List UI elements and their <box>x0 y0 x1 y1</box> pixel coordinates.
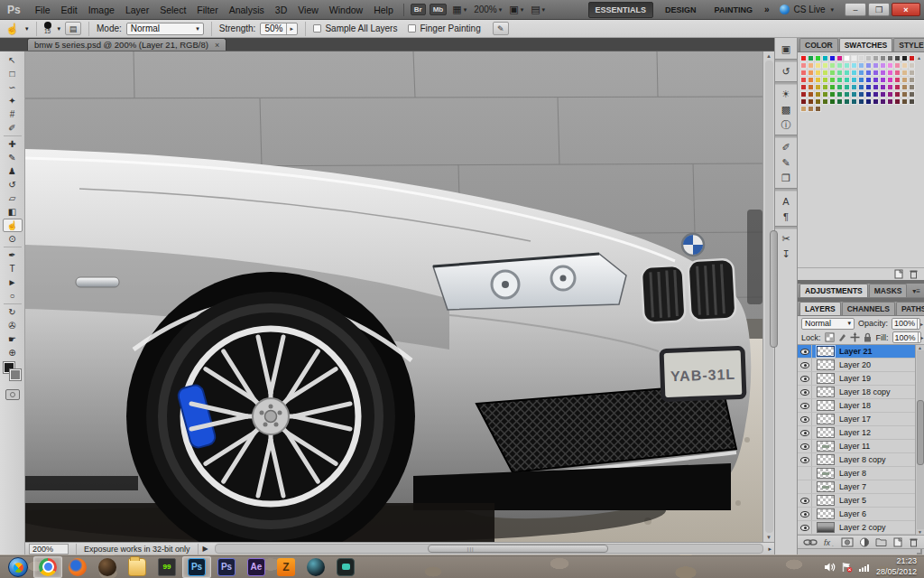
3d-object-rotate-tool[interactable]: ↻ <box>3 305 23 319</box>
scroll-up-icon[interactable]: ▲ <box>766 51 772 61</box>
color-swatch[interactable] <box>800 77 807 83</box>
scroll-down-icon[interactable]: ▼ <box>766 533 772 542</box>
tablet-pressure-icon[interactable]: ✎ <box>493 22 509 35</box>
workspace-design[interactable]: DESIGN <box>659 3 703 17</box>
color-swatch[interactable] <box>815 77 821 83</box>
menu-select[interactable]: Select <box>154 3 191 17</box>
color-swatch[interactable] <box>894 91 901 98</box>
screen-mode-icon[interactable]: ▤▾ <box>528 3 548 16</box>
color-swatch[interactable] <box>887 98 893 105</box>
workspace-painting[interactable]: PAINTING <box>708 3 759 17</box>
color-swatch[interactable] <box>822 62 828 69</box>
eraser-tool[interactable]: ▱ <box>3 191 23 205</box>
layer-thumbnail[interactable] <box>817 373 835 384</box>
swatch-scrollbar[interactable]: ▲ <box>916 55 922 267</box>
layer-thumbnail[interactable] <box>817 427 835 438</box>
color-swatch[interactable] <box>815 84 821 90</box>
color-swatch[interactable] <box>836 77 843 83</box>
background-color-swatch[interactable] <box>10 369 21 380</box>
close-icon[interactable]: × <box>215 41 219 50</box>
color-swatch[interactable] <box>887 55 893 61</box>
firefox-icon[interactable] <box>63 556 92 578</box>
color-swatch[interactable] <box>851 98 857 105</box>
layer-row[interactable]: Layer 21 <box>798 345 915 359</box>
minimize-button[interactable]: – <box>845 3 866 16</box>
color-swatch[interactable] <box>880 98 886 105</box>
color-swatch[interactable] <box>873 70 879 76</box>
color-swatch[interactable] <box>844 70 850 76</box>
color-swatch[interactable] <box>844 55 850 61</box>
zoom-level-control[interactable]: 200%▾ <box>471 4 504 15</box>
color-swatch[interactable] <box>901 98 908 105</box>
color-swatch[interactable] <box>887 70 893 76</box>
menu-view[interactable]: View <box>292 3 324 17</box>
view-extras-icon[interactable]: ▦▾ <box>449 3 469 16</box>
color-swatch[interactable] <box>800 98 807 105</box>
link-layers-icon[interactable] <box>803 537 818 547</box>
layer-thumbnail[interactable] <box>817 359 835 370</box>
quick-mask-button[interactable] <box>5 389 20 400</box>
color-swatch[interactable] <box>858 77 864 83</box>
checkbox-finger-painting[interactable]: Finger Painting <box>408 23 480 33</box>
color-swatch[interactable] <box>829 98 836 105</box>
color-swatch[interactable] <box>815 62 821 69</box>
color-swatch[interactable] <box>829 77 836 83</box>
color-swatch[interactable] <box>880 70 886 76</box>
rectangular-marquee-tool[interactable]: □ <box>3 67 23 80</box>
color-swatch[interactable] <box>844 77 850 83</box>
recorder-icon[interactable] <box>331 556 360 578</box>
color-swatch[interactable] <box>836 62 843 69</box>
tab-masks[interactable]: MASKS <box>869 284 908 297</box>
mini-bridge-panel-icon[interactable]: ▣ <box>777 42 795 57</box>
document-tab[interactable]: bmw 5 series.psd @ 200% (Layer 21, RGB/8… <box>27 38 226 51</box>
visibility-toggle[interactable] <box>798 480 812 493</box>
mini-bridge-icon[interactable]: Mb <box>430 4 448 15</box>
color-swatch[interactable] <box>865 77 872 83</box>
scroll-up-icon[interactable]: ▲ <box>917 55 921 61</box>
color-swatch[interactable] <box>901 55 908 61</box>
lock-pixels-icon[interactable] <box>837 332 847 342</box>
layer-row[interactable]: Layer 8 copy <box>798 453 915 467</box>
menu-analysis[interactable]: Analysis <box>224 3 270 17</box>
color-swatch[interactable] <box>880 55 886 61</box>
arrange-documents-icon[interactable]: ▣▾ <box>506 3 526 16</box>
strength-input[interactable]: 50% ▸ <box>260 23 298 35</box>
measurement-log-panel-icon[interactable]: ↧ <box>777 247 795 262</box>
layer-row[interactable]: Layer 6 <box>798 508 915 521</box>
layer-thumbnail[interactable] <box>817 400 835 411</box>
new-layer-icon[interactable] <box>892 537 903 547</box>
menu-layer[interactable]: Layer <box>120 3 154 17</box>
panel-menu-icon[interactable]: ▾≡ <box>912 287 924 297</box>
layer-row[interactable]: Layer 11 <box>798 440 915 453</box>
photoshop-2-icon[interactable]: Ps <box>212 556 241 578</box>
layer-thumbnail[interactable] <box>817 522 835 533</box>
path-selection-tool[interactable]: ► <box>3 275 23 289</box>
color-swatch[interactable] <box>808 98 814 105</box>
layer-row[interactable]: Layer 8 <box>798 467 915 480</box>
layer-row[interactable]: Layer 17 <box>798 413 915 426</box>
layer-style-icon[interactable]: fx. <box>823 537 836 547</box>
color-swatch[interactable] <box>873 91 879 98</box>
after-effects-icon[interactable]: Ae <box>242 556 271 578</box>
color-swatch[interactable] <box>880 62 886 69</box>
type-tool[interactable]: T <box>3 262 23 275</box>
lock-transparency-icon[interactable] <box>825 332 835 342</box>
layer-thumbnail[interactable] <box>817 481 835 492</box>
delete-layer-icon[interactable] <box>909 537 919 547</box>
color-swatch[interactable] <box>808 62 814 69</box>
toggle-brush-panel-button[interactable]: ▤ <box>65 22 81 35</box>
zoom-percent-field[interactable]: 200% <box>29 544 69 555</box>
color-swatch[interactable] <box>865 55 872 61</box>
new-group-icon[interactable] <box>875 537 887 547</box>
visibility-toggle[interactable] <box>798 453 812 466</box>
color-swatch[interactable] <box>836 98 843 105</box>
cs-live-button[interactable]: CS Live ▾ <box>780 5 834 14</box>
smudge-tool[interactable]: ☝ <box>3 219 23 232</box>
bridge-icon[interactable]: Br <box>411 4 426 15</box>
color-swatch[interactable] <box>836 70 843 76</box>
color-swatch[interactable] <box>815 106 821 112</box>
visibility-toggle[interactable] <box>798 359 812 371</box>
mode-select[interactable]: Normal ▾ <box>126 23 204 35</box>
visibility-toggle[interactable] <box>798 508 812 520</box>
color-swatch[interactable] <box>909 77 915 83</box>
